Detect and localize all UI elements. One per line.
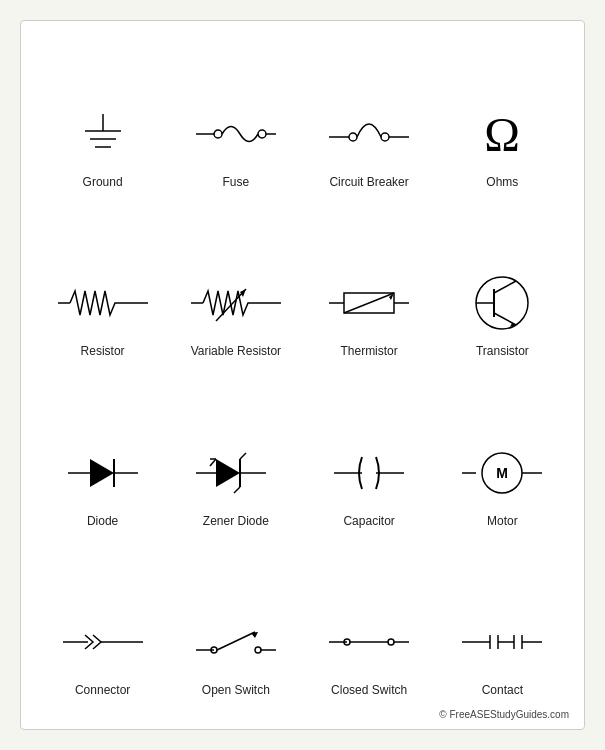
label-variable-resistor: Variable Resistor	[191, 344, 281, 360]
symbol-circuit-breaker	[307, 99, 432, 169]
cell-closed-switch: Closed Switch	[303, 540, 436, 710]
svg-point-52	[255, 647, 261, 653]
symbol-transistor	[440, 268, 565, 338]
svg-point-10	[381, 133, 389, 141]
svg-point-9	[349, 133, 357, 141]
cell-fuse: Fuse	[169, 31, 302, 201]
svg-marker-54	[251, 632, 258, 638]
symbol-motor: M	[440, 438, 565, 508]
label-resistor: Resistor	[81, 344, 125, 360]
symbol-variable-resistor	[173, 268, 298, 338]
symbol-connector	[40, 607, 165, 677]
label-connector: Connector	[75, 683, 130, 699]
symbol-ohms: Ω	[440, 99, 565, 169]
svg-marker-37	[216, 459, 240, 487]
label-transistor: Transistor	[476, 344, 529, 360]
label-motor: Motor	[487, 514, 518, 530]
svg-text:M: M	[497, 465, 509, 481]
symbol-thermistor	[307, 268, 432, 338]
label-capacitor: Capacitor	[343, 514, 394, 530]
label-contact: Contact	[482, 683, 523, 699]
symbol-capacitor	[307, 438, 432, 508]
cell-motor: M Motor	[436, 370, 569, 540]
label-fuse: Fuse	[223, 175, 250, 191]
cell-diode: Diode	[36, 370, 169, 540]
label-closed-switch: Closed Switch	[331, 683, 407, 699]
cell-resistor: Resistor	[36, 201, 169, 371]
svg-point-5	[214, 130, 222, 138]
symbol-ground	[40, 99, 165, 169]
symbol-closed-switch	[307, 607, 432, 677]
svg-line-28	[494, 313, 516, 325]
cell-thermistor: Thermistor	[303, 201, 436, 371]
cell-transistor: Transistor	[436, 201, 569, 371]
symbol-resistor	[40, 268, 165, 338]
cell-zener-diode: Zener Diode	[169, 370, 302, 540]
svg-line-53	[217, 632, 255, 650]
svg-line-35	[210, 459, 216, 466]
svg-line-22	[344, 293, 394, 313]
symbol-diode	[40, 438, 165, 508]
cell-circuit-breaker: Circuit Breaker	[303, 31, 436, 201]
cell-open-switch: Open Switch	[169, 540, 302, 710]
cell-ohms: Ω Ohms	[436, 31, 569, 201]
footer: © FreeASEStudyGuides.com	[36, 709, 569, 724]
svg-text:Ω: Ω	[485, 108, 521, 161]
label-thermistor: Thermistor	[340, 344, 397, 360]
footer-text: © FreeASEStudyGuides.com	[439, 709, 569, 720]
symbol-fuse	[173, 99, 298, 169]
symbols-grid: Ground Fuse	[36, 31, 569, 709]
cell-capacitor: Capacitor	[303, 370, 436, 540]
cell-contact: Contact	[436, 540, 569, 710]
label-circuit-breaker: Circuit Breaker	[329, 175, 408, 191]
symbol-contact	[440, 607, 565, 677]
svg-point-6	[258, 130, 266, 138]
svg-marker-31	[90, 459, 114, 487]
symbol-open-switch	[173, 607, 298, 677]
label-ground: Ground	[83, 175, 123, 191]
svg-line-27	[494, 281, 516, 293]
symbol-zener-diode	[173, 438, 298, 508]
card: Ground Fuse	[20, 20, 585, 730]
svg-marker-18	[240, 289, 246, 297]
cell-connector: Connector	[36, 540, 169, 710]
label-diode: Diode	[87, 514, 118, 530]
svg-point-58	[388, 639, 394, 645]
label-zener-diode: Zener Diode	[203, 514, 269, 530]
label-ohms: Ohms	[486, 175, 518, 191]
label-open-switch: Open Switch	[202, 683, 270, 699]
cell-variable-resistor: Variable Resistor	[169, 201, 302, 371]
svg-line-39	[240, 453, 246, 459]
cell-ground: Ground	[36, 31, 169, 201]
svg-line-40	[234, 487, 240, 493]
